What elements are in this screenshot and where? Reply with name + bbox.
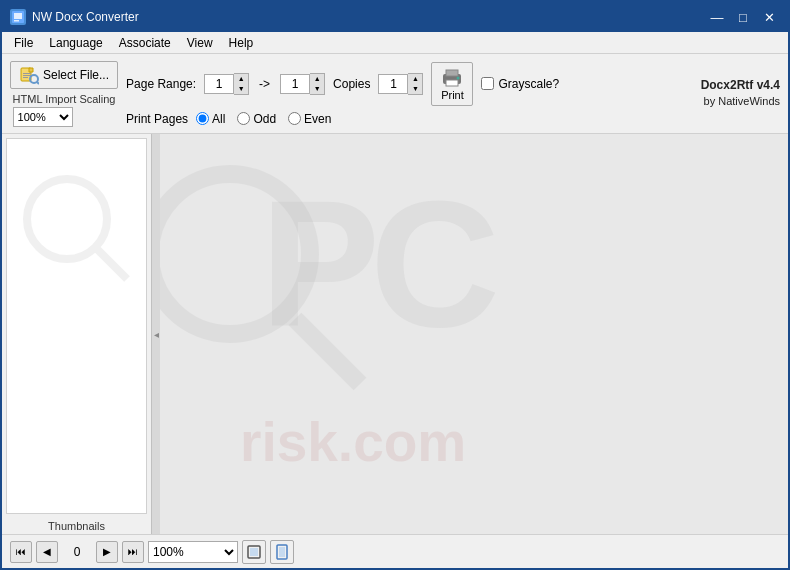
zoom-select[interactable]: 100% 50% 75% 125% 150% 200% [148,541,238,563]
nav-prev-button[interactable]: ◀ [36,541,58,563]
svg-rect-11 [446,70,458,76]
menu-language[interactable]: Language [41,34,110,52]
resizer-icon: ◂ [154,329,159,340]
nav-next-button[interactable]: ⏭ [122,541,144,563]
radio-all-label[interactable]: All [196,112,225,126]
svg-rect-12 [446,80,458,86]
main-area: Thumbnails ◂ PC risk.com [2,134,788,534]
thumbnail-bg-icon [17,169,137,292]
menu-file[interactable]: File [6,34,41,52]
radio-odd[interactable] [237,112,250,125]
radio-odd-label[interactable]: Odd [237,112,276,126]
toolbar-right-group: Docx2Rtf v4.4 by NativeWinds [701,77,780,109]
thumbnail-label: Thumbnails [2,518,151,534]
pc-watermark: PC [260,174,490,354]
menu-help[interactable]: Help [221,34,262,52]
main-window: NW Docx Converter — □ ✕ File Language As… [0,0,790,570]
svg-point-16 [160,174,310,334]
single-page-button[interactable] [270,540,294,564]
page-range-from-down[interactable]: ▼ [234,84,248,94]
close-button[interactable]: ✕ [758,8,780,26]
fit-page-icon [246,544,262,560]
risk-watermark: risk.com [240,410,466,474]
preview-watermark-layer: PC risk.com [160,134,788,534]
page-range-from-input[interactable] [204,74,234,94]
menu-bar: File Language Associate View Help [2,32,788,54]
radio-all-text: All [212,112,225,126]
scaling-group: HTML Import Scaling 100% 50% 75% 125% 15… [13,93,116,127]
radio-even-text: Even [304,112,331,126]
file-open-icon [19,65,39,85]
thumbnail-content [6,138,147,514]
thumbnail-panel: Thumbnails [2,134,152,534]
scaling-select[interactable]: 100% 50% 75% 125% 150% [13,107,73,127]
maximize-button[interactable]: □ [732,8,754,26]
nav-play-button[interactable]: ▶ [96,541,118,563]
print-pages-label: Print Pages [126,112,188,126]
page-range-to-up[interactable]: ▲ [310,74,324,84]
svg-marker-4 [29,68,33,72]
print-label: Print [441,89,464,101]
copies-spinners: ▲ ▼ [408,73,423,95]
toolbar-left-group: Select File... HTML Import Scaling 100% … [10,61,118,127]
window-title: NW Docx Converter [32,10,706,24]
page-range-from-up[interactable]: ▲ [234,74,248,84]
svg-line-15 [97,249,127,279]
page-range-label: Page Range: [126,77,196,91]
minimize-button[interactable]: — [706,8,728,26]
svg-rect-1 [14,13,22,19]
magnifier-watermark [160,154,380,404]
copies-label: Copies [333,77,370,91]
grayscale-checkbox[interactable] [481,77,494,90]
svg-rect-2 [14,20,19,22]
svg-rect-7 [23,77,28,78]
svg-rect-5 [23,73,31,74]
radio-even-label[interactable]: Even [288,112,331,126]
svg-rect-21 [279,547,285,557]
toolbar-row-1: Page Range: ▲ ▼ -> ▲ ▼ Copies [126,62,693,106]
printer-icon [440,67,464,87]
page-range-from-group: ▲ ▼ [204,73,249,95]
fit-page-button[interactable] [242,540,266,564]
svg-line-9 [37,82,39,84]
page-range-to-input[interactable] [280,74,310,94]
radio-odd-text: Odd [253,112,276,126]
window-controls: — □ ✕ [706,8,780,26]
app-icon [10,9,26,25]
page-count: 0 [62,545,92,559]
copies-up[interactable]: ▲ [408,74,422,84]
copies-group: ▲ ▼ [378,73,423,95]
page-range-to-down[interactable]: ▼ [310,84,324,94]
svg-rect-6 [23,75,31,76]
toolbar: Select File... HTML Import Scaling 100% … [2,54,788,134]
svg-point-14 [27,179,107,259]
app-name: Docx2Rtf v4.4 [701,77,780,94]
print-button[interactable]: Print [431,62,473,106]
page-range-to-group: ▲ ▼ [280,73,325,95]
toolbar-row-2: Print Pages All Odd Even [126,112,693,126]
select-file-button[interactable]: Select File... [10,61,118,89]
copies-input[interactable] [378,74,408,94]
toolbar-middle-group: Page Range: ▲ ▼ -> ▲ ▼ Copies [126,62,693,126]
copies-down[interactable]: ▼ [408,84,422,94]
title-bar: NW Docx Converter — □ ✕ [2,2,788,32]
arrow-label: -> [257,77,272,91]
html-import-scaling-label: HTML Import Scaling [13,93,116,105]
menu-associate[interactable]: Associate [111,34,179,52]
radio-even[interactable] [288,112,301,125]
print-pages-radio-group: All Odd Even [196,112,331,126]
grayscale-label[interactable]: Grayscale? [498,77,559,91]
svg-line-17 [295,319,360,384]
svg-rect-19 [250,548,258,556]
select-file-label: Select File... [43,68,109,82]
svg-point-13 [457,76,460,79]
single-page-icon [274,544,290,560]
menu-view[interactable]: View [179,34,221,52]
page-range-to-spinners: ▲ ▼ [310,73,325,95]
panel-resizer[interactable]: ◂ [152,134,160,534]
app-by: by NativeWinds [701,94,780,109]
radio-all[interactable] [196,112,209,125]
nav-first-button[interactable]: ⏮ [10,541,32,563]
preview-panel: PC risk.com [160,134,788,534]
grayscale-group: Grayscale? [481,77,559,91]
